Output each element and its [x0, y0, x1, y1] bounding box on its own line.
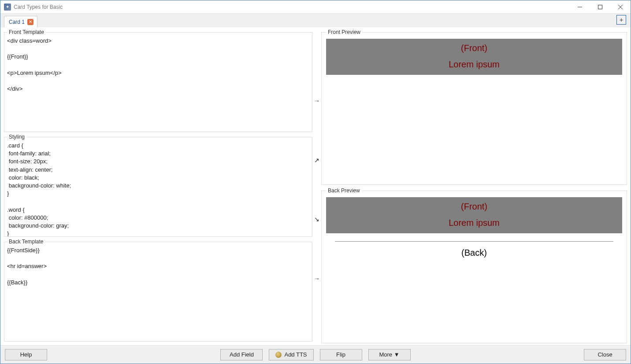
front-template-group: Front Template	[4, 29, 312, 132]
tab-card-1[interactable]: Card 1 ✕	[4, 16, 37, 27]
back-preview-legend: Back Preview	[326, 188, 362, 194]
help-button[interactable]: Help	[5, 349, 47, 360]
back-preview-word-block: (Front) Lorem ipsum	[326, 197, 622, 233]
minimize-icon	[578, 5, 582, 9]
arrow-se-icon: ↘	[314, 216, 319, 223]
answer-divider	[335, 241, 613, 242]
window: ✦ Card Types for Basic Card 1 ✕ + Front …	[0, 0, 631, 364]
flip-button[interactable]: Flip	[320, 349, 362, 360]
more-button[interactable]: More ▼	[368, 349, 411, 360]
styling-editor[interactable]	[4, 140, 312, 236]
front-preview-card: (Front) Lorem ipsum	[326, 39, 622, 75]
back-preview-front-placeholder: (Front)	[326, 202, 622, 212]
preview-column: Front Preview (Front) Lorem ipsum Back P…	[321, 27, 627, 343]
flip-label: Flip	[336, 351, 345, 358]
arrow-right-icon-2: →	[314, 275, 320, 282]
content: Front Template Styling Back Template → ↗…	[0, 27, 631, 345]
add-tts-label: Add TTS	[284, 351, 307, 358]
tab-label: Card 1	[9, 19, 25, 25]
more-label: More ▼	[379, 351, 399, 358]
window-minimize-button[interactable]	[570, 0, 590, 14]
back-preview-group: Back Preview (Front) Lorem ipsum (Back)	[321, 188, 627, 343]
footer-center-group: Add Field Add TTS Flip More ▼	[220, 349, 410, 360]
front-preview-group: Front Preview (Front) Lorem ipsum	[321, 29, 627, 185]
tab-add-button[interactable]: +	[616, 15, 626, 25]
front-preview-lorem: Lorem ipsum	[326, 59, 622, 70]
front-preview-front-placeholder: (Front)	[326, 43, 622, 53]
maximize-icon	[598, 5, 602, 9]
front-preview-word-block: (Front) Lorem ipsum	[326, 39, 622, 75]
add-field-button[interactable]: Add Field	[220, 349, 263, 360]
window-title: Card Types for Basic	[14, 4, 63, 10]
arrow-right-icon: →	[314, 97, 320, 104]
add-field-label: Add Field	[230, 351, 254, 358]
add-tts-button[interactable]: Add TTS	[269, 349, 313, 360]
close-label: Close	[598, 351, 612, 358]
back-template-editor[interactable]	[4, 245, 312, 341]
svg-rect-1	[598, 5, 602, 9]
window-close-button[interactable]	[610, 0, 631, 14]
back-template-legend: Back Template	[7, 239, 45, 245]
back-template-group: Back Template	[4, 239, 312, 342]
back-preview-card: (Front) Lorem ipsum (Back)	[326, 197, 622, 258]
help-button-label: Help	[20, 351, 32, 358]
editor-column: Front Template Styling Back Template	[4, 27, 312, 343]
close-button[interactable]: Close	[584, 349, 626, 360]
footer: Help Add Field Add TTS Flip More ▼ Close	[0, 345, 631, 364]
tts-icon	[275, 352, 282, 358]
tabstrip: Card 1 ✕ +	[0, 14, 631, 27]
styling-group: Styling	[4, 134, 312, 237]
styling-legend: Styling	[7, 134, 26, 140]
close-icon	[618, 5, 623, 9]
arrow-ne-icon: ↗	[314, 157, 319, 164]
arrow-column: → ↗ ↘ →	[312, 27, 321, 343]
tab-close-button[interactable]: ✕	[27, 19, 33, 25]
front-template-legend: Front Template	[7, 29, 46, 35]
front-preview-legend: Front Preview	[326, 29, 362, 35]
app-icon: ✦	[4, 4, 11, 11]
window-maximize-button[interactable]	[590, 0, 610, 14]
titlebar: ✦ Card Types for Basic	[0, 0, 631, 14]
back-preview-back-placeholder: (Back)	[326, 248, 622, 258]
back-preview-lorem: Lorem ipsum	[326, 218, 622, 228]
front-template-editor[interactable]	[4, 35, 312, 132]
